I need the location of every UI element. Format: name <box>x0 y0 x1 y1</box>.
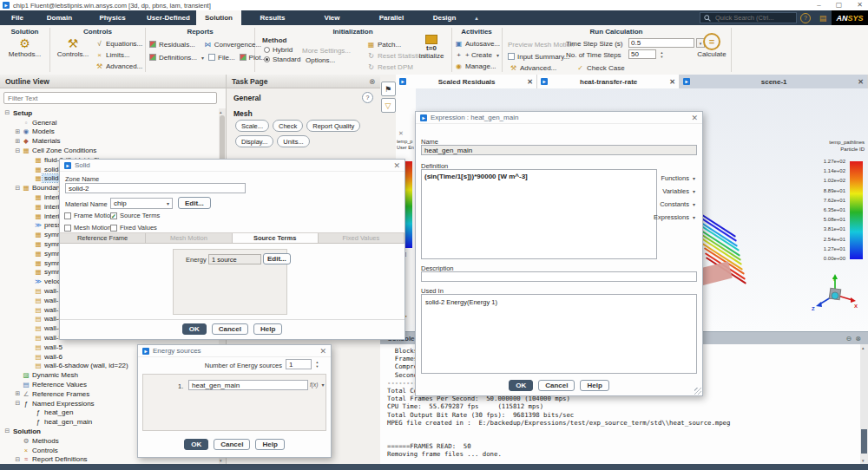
ok-button[interactable]: OK <box>509 380 533 391</box>
manage-button[interactable]: ◉Manage... <box>455 61 500 71</box>
solid-tab-source-terms[interactable]: Source Terms <box>233 233 319 243</box>
minimize-button[interactable]: – <box>817 1 820 9</box>
menu-tab-file[interactable]: File <box>0 10 35 25</box>
tree-item-materials[interactable]: ⊞◆Materials <box>0 136 219 146</box>
menu-tab-domain[interactable]: Domain <box>35 10 84 25</box>
console-close-icon[interactable]: ⊗ <box>855 335 861 343</box>
file-button[interactable]: File... <box>208 52 235 62</box>
panel-close-icon[interactable]: ⊗ <box>369 77 375 86</box>
methods-button[interactable]: ⚙ Methods... <box>0 36 49 58</box>
console-scrollbar[interactable]: ▴▾ <box>860 344 868 464</box>
close-icon[interactable]: ✕ <box>393 161 400 170</box>
variables-menu[interactable]: Variables ▾ <box>654 187 695 195</box>
menu-tab-results[interactable]: Results <box>241 10 304 25</box>
close-button[interactable]: ✕ <box>857 1 863 9</box>
time-step-size-input[interactable] <box>628 38 694 48</box>
tree-expander-icon[interactable]: ⊞ <box>14 138 22 145</box>
tree-expander-icon[interactable]: ⊟ <box>14 400 22 407</box>
pointer-flag-tool-button[interactable]: ⚑ <box>381 82 396 96</box>
expression-dialog-titlebar[interactable]: ▸ Expression : heat_gen_main ✕ <box>416 112 702 124</box>
tree-item-models[interactable]: ⊞◉Models <box>0 127 219 137</box>
source-value-input[interactable] <box>188 380 308 390</box>
expressions-menu[interactable]: Expressions ▾ <box>654 213 695 221</box>
graphics-tab-scaled-residuals[interactable]: ▸Scaled Residuals✕ <box>396 75 537 88</box>
console-menu-icon[interactable]: ⊖ <box>846 335 852 343</box>
close-icon[interactable]: ✕ <box>858 78 864 86</box>
input-summary-button[interactable]: Input Summary... <box>508 51 569 62</box>
help-button[interactable]: Help <box>255 439 284 450</box>
menu-tab-view[interactable]: View <box>304 10 360 25</box>
description-input[interactable] <box>421 271 697 282</box>
energy-count-input[interactable] <box>286 359 312 369</box>
source-type-dropdown[interactable]: f(x) ▾ <box>310 382 324 388</box>
check-button[interactable]: Check <box>273 120 303 132</box>
ribbon-collapse-caret-icon[interactable]: ▴ <box>466 10 487 25</box>
calculate-button[interactable]: = Calculate <box>694 33 729 58</box>
limits-button[interactable]: ×Limits... <box>95 49 142 60</box>
tree-expander-icon[interactable]: ⊟ <box>3 109 11 116</box>
quick-search-input[interactable] <box>713 13 790 23</box>
definitions-button[interactable]: Definitions...▾ <box>149 52 204 62</box>
energy-edit-button[interactable]: Edit... <box>263 253 291 264</box>
help-button[interactable]: Help <box>253 323 282 335</box>
mesh-motion-checkbox[interactable]: Mesh Motion <box>64 224 111 232</box>
check-case-button[interactable]: ✓Check Case <box>576 62 625 73</box>
advanced-button[interactable]: ⚒Advanced... <box>95 61 142 71</box>
zone-name-input[interactable] <box>65 183 246 193</box>
help-icon[interactable]: ? <box>797 10 814 25</box>
filter-funnel-tool-button[interactable]: ▽ <box>381 98 396 113</box>
tree-expander-icon[interactable]: ⊟ <box>14 456 22 463</box>
tree-expander-icon[interactable]: ⊞ <box>14 128 22 135</box>
menu-tab-user-defined[interactable]: User-Defined <box>141 10 196 25</box>
close-icon[interactable]: ✕ <box>319 347 326 356</box>
quick-search[interactable] <box>700 12 797 23</box>
num-time-steps-input[interactable] <box>628 49 656 59</box>
expression-name-input[interactable] <box>421 145 697 155</box>
units-button[interactable]: Units... <box>277 135 309 147</box>
filter-text-input[interactable] <box>3 92 217 104</box>
num-time-steps-spinner[interactable]: ▴▾ <box>658 50 666 59</box>
residuals-button[interactable]: Residuals... <box>149 39 195 49</box>
close-icon[interactable]: ✕ <box>669 78 675 86</box>
functions-menu[interactable]: Functions ▾ <box>654 174 695 182</box>
source-terms-checkbox[interactable]: ✓Source Terms <box>110 212 160 219</box>
material-select[interactable]: chip▾ <box>110 198 173 209</box>
maximize-button[interactable]: ▢ <box>836 1 843 9</box>
graphics-tab-heat-transfer-rate[interactable]: ▸heat-transfer-rate✕ <box>537 75 680 88</box>
tree-expander-icon[interactable]: ⊟ <box>14 147 22 154</box>
tree-item-setup[interactable]: ⊟Setup <box>0 108 219 118</box>
menu-tab-physics[interactable]: Physics <box>84 10 141 25</box>
close-icon[interactable]: ✕ <box>691 114 698 122</box>
definition-editor[interactable]: (sin(Time/1[s]))*90000 [W m^-3] <box>421 169 657 259</box>
menu-tab-parallel[interactable]: Parallel <box>360 10 423 25</box>
energy-count-spinner[interactable]: ▴▾ <box>313 360 321 369</box>
autosave-button[interactable]: ▣Autosave... <box>455 38 500 49</box>
tree-expander-icon[interactable]: ⊞ <box>14 390 22 397</box>
standard-radio[interactable]: Standard <box>264 55 300 63</box>
material-edit-button[interactable]: Edit... <box>178 197 211 209</box>
tree-expander-icon[interactable]: ⊟ <box>14 185 22 192</box>
convergence-button[interactable]: ⋈Convergence... <box>204 39 261 49</box>
cancel-button[interactable]: Cancel <box>214 439 250 450</box>
solid-dialog-titlebar[interactable]: ▸ Solid ✕ <box>60 160 404 172</box>
report-quality-button[interactable]: Report Quality <box>306 120 360 132</box>
create-button[interactable]: ++ Create▾ <box>455 49 500 60</box>
solid-tab-reference-frame[interactable]: Reference Frame <box>60 233 146 243</box>
constants-menu[interactable]: Constants ▾ <box>654 200 695 208</box>
menu-tab-solution[interactable]: Solution <box>196 10 241 25</box>
hybrid-radio[interactable]: Hybrid <box>264 46 293 54</box>
ok-button[interactable]: OK <box>182 323 207 335</box>
graphics-tab-scene-1[interactable]: ▸scene-1✕ <box>680 75 868 88</box>
initialize-button[interactable]: t=0 Initialize <box>414 35 449 60</box>
resize-grip[interactable] <box>694 388 701 395</box>
tree-item-general[interactable]: ▫General <box>0 118 219 127</box>
display-button[interactable]: Display... <box>235 135 273 147</box>
fixed-values-checkbox[interactable]: Fixed Values <box>110 224 157 232</box>
documentation-icon[interactable]: ▤ <box>814 10 832 25</box>
help-circle-icon[interactable]: ? <box>362 92 373 103</box>
ok-button[interactable]: OK <box>184 439 208 450</box>
cancel-button[interactable]: Cancel <box>212 323 248 335</box>
sliver-close-icon[interactable]: ✕ <box>398 130 404 137</box>
energy-sources-titlebar[interactable]: ▸ Energy sources ✕ <box>138 345 331 357</box>
close-icon[interactable]: ✕ <box>527 78 533 86</box>
